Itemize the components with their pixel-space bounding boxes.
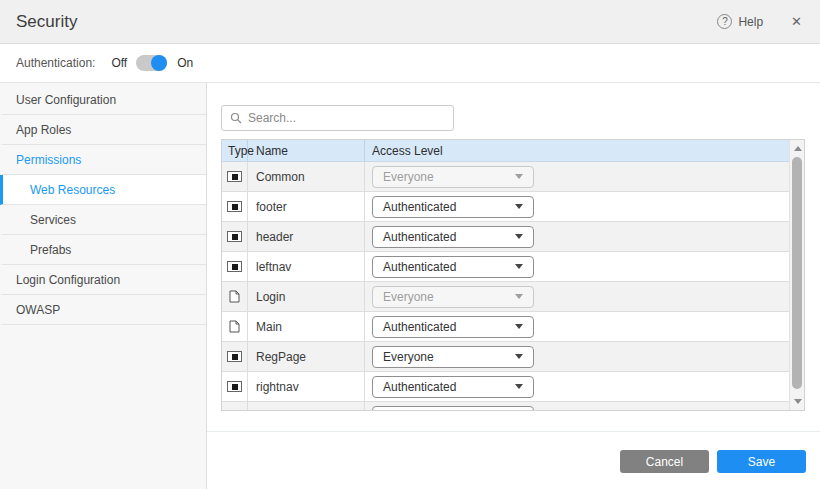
- sidebar-item[interactable]: Web Resources: [0, 175, 206, 205]
- access-level-dropdown[interactable]: Authenticated: [372, 196, 534, 218]
- security-dialog: Security ? Help ✕ Authentication: Off On…: [0, 0, 820, 489]
- sidebar: User Configuration App Roles Permissions…: [0, 83, 207, 489]
- type-cell: [222, 372, 248, 401]
- column-header-access-level: Access Level: [365, 140, 789, 161]
- table-row: Main Authenticated: [222, 312, 789, 342]
- access-level-dropdown[interactable]: Authenticated: [372, 376, 534, 398]
- name-cell: Main: [248, 312, 365, 341]
- name-cell: Login: [248, 282, 365, 311]
- table-row: footer Authenticated: [222, 192, 789, 222]
- access-level-cell: Authenticated: [365, 252, 789, 281]
- chevron-down-icon: [515, 264, 523, 269]
- scroll-down-button[interactable]: [790, 394, 805, 409]
- access-level-dropdown[interactable]: Everyone: [372, 286, 534, 308]
- access-level-cell: Everyone: [365, 342, 789, 371]
- access-level-dropdown[interactable]: Everyone: [372, 166, 534, 188]
- chevron-down-icon: [515, 204, 523, 209]
- sidebar-item-label: Permissions: [16, 153, 81, 167]
- column-header-type: Type: [222, 140, 248, 161]
- table-row: header Authenticated: [222, 222, 789, 252]
- type-cell: [222, 282, 248, 311]
- sidebar-item-label: Web Resources: [30, 183, 115, 197]
- access-level-value: Everyone: [383, 350, 434, 364]
- access-level-dropdown[interactable]: [372, 406, 534, 412]
- access-level-cell: [365, 402, 789, 411]
- toggle-knob: [151, 55, 167, 71]
- footer-divider: [207, 431, 820, 432]
- page-title: Security: [16, 12, 77, 32]
- table-header: Type Name Access Level: [222, 140, 789, 162]
- save-button[interactable]: Save: [717, 450, 806, 473]
- name-cell: rightnav: [248, 372, 365, 401]
- access-level-cell: Everyone: [365, 162, 789, 191]
- type-cell: [222, 222, 248, 251]
- sidebar-item[interactable]: Permissions: [0, 145, 206, 175]
- close-icon[interactable]: ✕: [791, 14, 802, 29]
- help-button[interactable]: ? Help: [717, 14, 763, 29]
- footer-buttons: Cancel Save: [221, 450, 806, 473]
- sidebar-item-label: Services: [30, 213, 76, 227]
- access-level-dropdown[interactable]: Everyone: [372, 346, 534, 368]
- access-level-cell: Authenticated: [365, 192, 789, 221]
- table-row: [222, 402, 789, 411]
- table-row: Login Everyone: [222, 282, 789, 312]
- sidebar-item-label: App Roles: [16, 123, 71, 137]
- access-level-value: Authenticated: [383, 230, 456, 244]
- cancel-button[interactable]: Cancel: [620, 450, 709, 473]
- resources-table: Type Name Access Level: [221, 139, 805, 411]
- chevron-down-icon: [515, 354, 523, 359]
- access-level-value: Authenticated: [383, 260, 456, 274]
- chevron-down-icon: [515, 174, 523, 179]
- access-level-dropdown[interactable]: Authenticated: [372, 226, 534, 248]
- authentication-label: Authentication:: [16, 56, 95, 70]
- type-cell: [222, 192, 248, 221]
- access-level-cell: Authenticated: [365, 312, 789, 341]
- sidebar-item-label: Login Configuration: [16, 273, 120, 287]
- type-cell: [222, 162, 248, 191]
- help-label: Help: [738, 15, 763, 29]
- table-row: leftnav Authenticated: [222, 252, 789, 282]
- partial-icon: [227, 351, 242, 362]
- page-icon: [229, 320, 240, 333]
- name-cell: footer: [248, 192, 365, 221]
- sidebar-item-label: OWASP: [16, 303, 60, 317]
- name-cell: leftnav: [248, 252, 365, 281]
- authentication-toggle[interactable]: [136, 55, 167, 71]
- sidebar-item[interactable]: Prefabs: [0, 235, 206, 265]
- scrollbar-thumb[interactable]: [792, 157, 802, 389]
- sidebar-item[interactable]: App Roles: [0, 115, 206, 145]
- title-bar: Security ? Help ✕: [0, 0, 820, 44]
- partial-icon: [227, 171, 242, 182]
- triangle-down-icon: [794, 399, 802, 404]
- table-row: rightnav Authenticated: [222, 372, 789, 402]
- name-cell: [248, 402, 365, 411]
- type-cell: [222, 342, 248, 371]
- table-row: Common Everyone: [222, 162, 789, 192]
- triangle-up-icon: [794, 146, 802, 151]
- name-cell: RegPage: [248, 342, 365, 371]
- access-level-value: Authenticated: [383, 200, 456, 214]
- search-input[interactable]: [248, 111, 445, 125]
- table-rows: Common Everyone: [222, 162, 789, 411]
- access-level-dropdown[interactable]: Authenticated: [372, 316, 534, 338]
- sidebar-item-label: Prefabs: [30, 243, 71, 257]
- chevron-down-icon: [515, 384, 523, 389]
- sidebar-item[interactable]: Services: [0, 205, 206, 235]
- access-level-dropdown[interactable]: Authenticated: [372, 256, 534, 278]
- sidebar-item[interactable]: OWASP: [0, 295, 206, 325]
- chevron-down-icon: [515, 234, 523, 239]
- authentication-bar: Authentication: Off On: [0, 44, 820, 83]
- scroll-up-button[interactable]: [790, 141, 805, 156]
- type-cell: [222, 312, 248, 341]
- access-level-cell: Authenticated: [365, 372, 789, 401]
- sidebar-item[interactable]: User Configuration: [0, 85, 206, 115]
- sidebar-item-label: User Configuration: [16, 93, 116, 107]
- search-box: [221, 105, 454, 131]
- partial-icon: [227, 231, 242, 242]
- sidebar-item[interactable]: Login Configuration: [0, 265, 206, 295]
- access-level-value: Authenticated: [383, 380, 456, 394]
- page-icon: [229, 290, 240, 303]
- access-level-cell: Authenticated: [365, 222, 789, 251]
- vertical-scrollbar[interactable]: [789, 140, 804, 410]
- access-level-value: Authenticated: [383, 320, 456, 334]
